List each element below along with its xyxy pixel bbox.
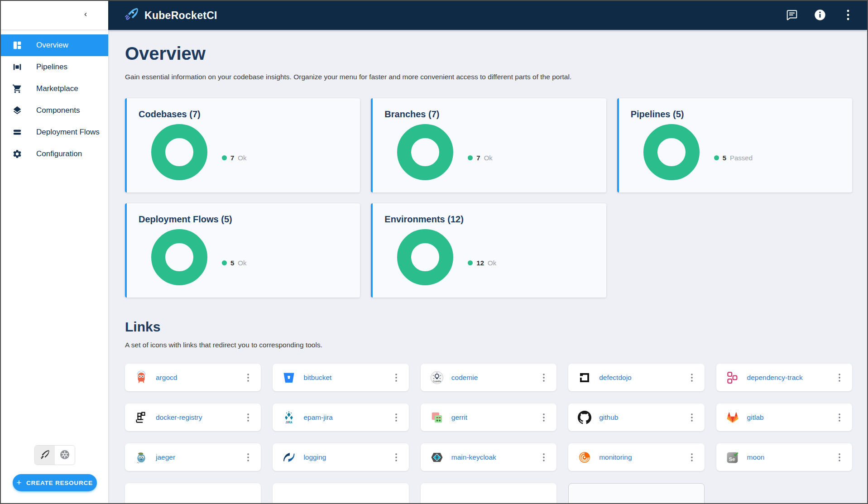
rocket-view-button[interactable] bbox=[35, 446, 55, 465]
link-main-keycloak[interactable]: main-keycloak bbox=[451, 453, 496, 461]
sidebar-item-overview[interactable]: Overview bbox=[1, 34, 108, 56]
flows-icon bbox=[12, 127, 23, 138]
sidebar-item-label: Overview bbox=[36, 41, 68, 50]
rocket-icon bbox=[39, 449, 51, 462]
legend-dot bbox=[222, 155, 227, 160]
legend-label: Passed bbox=[730, 154, 753, 162]
link-menu-button[interactable] bbox=[241, 410, 255, 425]
feedback-button[interactable] bbox=[783, 6, 801, 24]
legend-count: 7 bbox=[476, 154, 480, 162]
selenium-moon-icon: Se bbox=[725, 450, 740, 465]
link-menu-button[interactable] bbox=[389, 370, 403, 385]
links-grid: argocd bitbucket CodeMie codemie defectd… bbox=[125, 364, 852, 503]
sidebar-item-label: Pipelines bbox=[36, 62, 67, 72]
link-menu-button[interactable] bbox=[537, 450, 551, 465]
stat-card-pipelines: Pipelines (5) 5 Passed bbox=[617, 98, 852, 192]
link-jaeger[interactable]: jaeger bbox=[156, 453, 175, 461]
link-menu-button[interactable] bbox=[537, 410, 551, 425]
kebab-menu-icon bbox=[846, 9, 850, 22]
stat-card-branches: Branches (7) 7 Ok bbox=[371, 98, 606, 192]
legend-label: Ok bbox=[238, 259, 246, 267]
link-menu-button[interactable] bbox=[241, 450, 255, 465]
legend-label: Ok bbox=[238, 154, 246, 162]
more-menu-button[interactable] bbox=[839, 6, 857, 24]
chat-icon bbox=[786, 9, 798, 22]
dependency-track-icon bbox=[725, 370, 740, 385]
link-card-gerrit: gerrit bbox=[421, 403, 556, 431]
codemie-icon: CodeMie bbox=[430, 370, 444, 385]
legend: 5 Passed bbox=[714, 135, 753, 180]
create-resource-button[interactable]: + CREATE RESOURCE bbox=[13, 474, 97, 491]
link-menu-button[interactable] bbox=[832, 370, 847, 385]
link-codemie[interactable]: codemie bbox=[451, 374, 478, 382]
link-card-partial bbox=[125, 483, 261, 503]
kuberocketci-logo-icon bbox=[124, 7, 139, 24]
sidebar: Overview Pipelines Marketplace Component… bbox=[1, 1, 108, 503]
link-card-defectdojo: defectdojo bbox=[568, 364, 704, 391]
link-card-github: github bbox=[568, 403, 704, 431]
link-card-bitbucket: bitbucket bbox=[273, 364, 408, 391]
link-card-argocd: argocd bbox=[125, 364, 261, 391]
link-menu-button[interactable] bbox=[685, 450, 699, 465]
github-icon bbox=[577, 410, 592, 425]
link-menu-button[interactable] bbox=[537, 370, 551, 385]
sidebar-item-label: Deployment Flows bbox=[36, 128, 100, 137]
stats-grid: Codebases (7) 7 Ok Branches (7) 7 Ok bbox=[125, 98, 852, 298]
info-button[interactable] bbox=[811, 6, 829, 24]
defectdojo-icon bbox=[577, 370, 592, 385]
legend-dot bbox=[222, 260, 227, 265]
sidebar-item-components[interactable]: Components bbox=[1, 100, 108, 121]
link-menu-button[interactable] bbox=[832, 410, 847, 425]
opensearch-icon bbox=[282, 450, 296, 465]
link-menu-button[interactable] bbox=[832, 450, 847, 465]
link-menu-button[interactable] bbox=[685, 370, 699, 385]
link-gerrit[interactable]: gerrit bbox=[451, 413, 467, 422]
link-docker-registry[interactable]: docker-registry bbox=[156, 413, 202, 422]
link-menu-button[interactable] bbox=[389, 450, 403, 465]
gitlab-icon bbox=[725, 410, 740, 425]
keycloak-icon bbox=[430, 450, 444, 465]
stat-card-title: Branches (7) bbox=[384, 109, 594, 120]
legend: 7 Ok bbox=[222, 135, 247, 180]
gerrit-icon bbox=[430, 410, 444, 425]
link-card-moon: Se moon bbox=[716, 443, 852, 471]
sidebar-item-label: Marketplace bbox=[36, 84, 78, 93]
link-moon[interactable]: moon bbox=[747, 453, 765, 461]
link-gitlab[interactable]: gitlab bbox=[747, 413, 764, 422]
sidebar-item-marketplace[interactable]: Marketplace bbox=[1, 78, 108, 100]
link-menu-button[interactable] bbox=[389, 410, 403, 425]
link-github[interactable]: github bbox=[599, 413, 618, 422]
deployment-flows-donut-chart bbox=[151, 229, 207, 285]
gear-icon bbox=[12, 149, 23, 159]
stat-card-codebases: Codebases (7) 7 Ok bbox=[125, 98, 360, 192]
link-menu-button[interactable] bbox=[685, 410, 699, 425]
branches-donut-chart bbox=[397, 124, 453, 180]
link-monitoring[interactable]: monitoring bbox=[599, 453, 632, 461]
link-argocd[interactable]: argocd bbox=[156, 374, 177, 382]
stat-card-deployment-flows: Deployment Flows (5) 5 Ok bbox=[125, 203, 360, 298]
link-menu-button[interactable] bbox=[241, 370, 255, 385]
link-defectdojo[interactable]: defectdojo bbox=[599, 374, 632, 382]
topbar-actions bbox=[783, 6, 857, 24]
svg-text:JIRA: JIRA bbox=[286, 420, 293, 423]
links-section-subtitle: A set of icons with links that redirect … bbox=[125, 341, 852, 349]
sidebar-bottom: + CREATE RESOURCE bbox=[1, 445, 108, 503]
link-card-codemie: CodeMie codemie bbox=[421, 364, 556, 391]
sidebar-item-configuration[interactable]: Configuration bbox=[1, 143, 108, 165]
dashboard-icon bbox=[12, 40, 23, 51]
link-bitbucket[interactable]: bitbucket bbox=[303, 374, 331, 382]
link-card-monitoring: monitoring bbox=[568, 443, 704, 471]
sidebar-item-pipelines[interactable]: Pipelines bbox=[1, 56, 108, 78]
link-epam-jira[interactable]: epam-jira bbox=[303, 413, 333, 422]
kubernetes-view-button[interactable] bbox=[55, 446, 75, 465]
environments-donut-chart bbox=[397, 229, 453, 285]
codebases-donut-chart bbox=[151, 124, 207, 180]
legend-label: Ok bbox=[488, 259, 496, 267]
link-logging[interactable]: logging bbox=[303, 453, 326, 461]
link-dependency-track[interactable]: dependency-track bbox=[747, 374, 803, 382]
chevron-left-icon bbox=[82, 11, 89, 19]
sidebar-collapse-button[interactable] bbox=[77, 7, 94, 24]
link-card-main-keycloak: main-keycloak bbox=[421, 443, 556, 471]
stat-card-title: Codebases (7) bbox=[139, 109, 348, 120]
sidebar-item-deployment-flows[interactable]: Deployment Flows bbox=[1, 121, 108, 143]
